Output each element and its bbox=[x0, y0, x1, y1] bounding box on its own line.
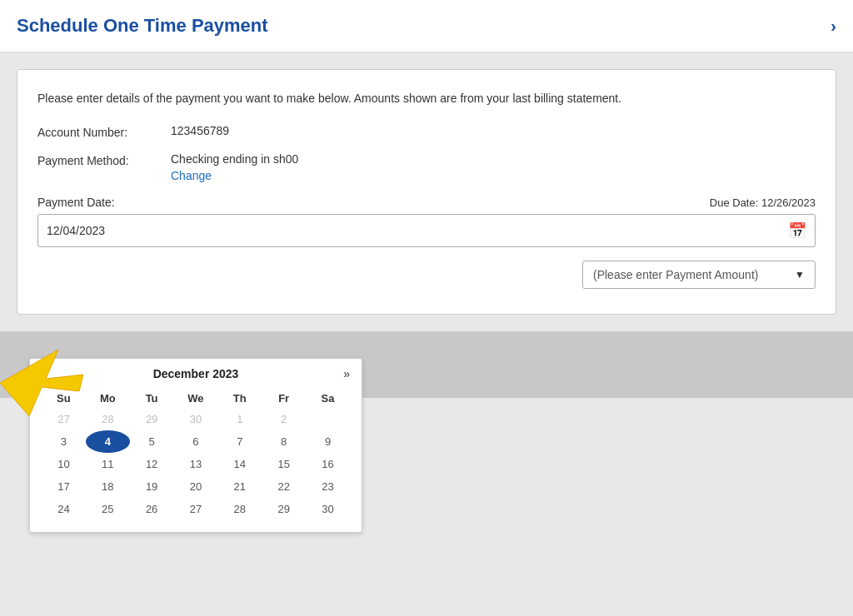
calendar-day-header: Sa bbox=[306, 389, 350, 408]
calendar-day-cell[interactable]: 23 bbox=[306, 475, 350, 498]
calendar-day-cell[interactable]: 19 bbox=[130, 475, 174, 498]
calendar-week-row: 2728293012 bbox=[42, 408, 350, 430]
calendar-day-cell[interactable]: 12 bbox=[130, 453, 174, 475]
header: Schedule One Time Payment › bbox=[0, 0, 853, 52]
date-input-wrapper[interactable]: 12/04/2023 📅 bbox=[37, 214, 816, 247]
calendar-week-row: 3456789 bbox=[42, 430, 350, 453]
calendar-day-cell[interactable]: 5 bbox=[130, 430, 174, 453]
calendar-day-cell[interactable]: 3 bbox=[42, 430, 86, 453]
calendar-day-cell[interactable]: 21 bbox=[217, 475, 262, 498]
account-number-row: Account Number: 123456789 bbox=[37, 124, 816, 139]
calendar-day-cell[interactable]: 28 bbox=[86, 408, 130, 430]
calendar-header-row: SuMoTuWeThFrSa bbox=[42, 389, 350, 408]
payment-method-details: Checking ending in sh00 Change bbox=[171, 152, 298, 182]
calendar-day-header: Fr bbox=[262, 389, 306, 408]
calendar-day-cell[interactable]: 7 bbox=[217, 430, 262, 453]
calendar-day-cell[interactable]: 22 bbox=[262, 475, 306, 498]
form-card: Please enter details of the payment you … bbox=[17, 69, 836, 315]
calendar-day-cell[interactable]: 13 bbox=[174, 453, 218, 475]
account-number-label: Account Number: bbox=[37, 124, 171, 139]
calendar-day-header: Mo bbox=[86, 389, 130, 408]
calendar-day-header: Tu bbox=[130, 389, 174, 408]
calendar-day-cell[interactable]: 17 bbox=[42, 475, 86, 498]
calendar-day-cell[interactable]: 26 bbox=[130, 498, 174, 520]
calendar-day-cell[interactable]: 30 bbox=[174, 408, 218, 430]
calendar-day-cell[interactable]: 6 bbox=[174, 430, 218, 453]
arrow-svg bbox=[0, 350, 83, 416]
amount-row: (Please enter Payment Amount) ▼ bbox=[37, 261, 816, 289]
info-text: Please enter details of the payment you … bbox=[37, 90, 816, 107]
amount-placeholder: (Please enter Payment Amount) bbox=[593, 268, 758, 281]
due-date-label: Due Date: 12/26/2023 bbox=[710, 196, 816, 209]
calendar-day-cell[interactable]: 8 bbox=[262, 430, 306, 453]
calendar-day-cell[interactable]: 28 bbox=[217, 498, 262, 520]
calendar-day-cell[interactable]: 4 bbox=[86, 430, 130, 453]
calendar-day-cell[interactable]: 18 bbox=[86, 475, 130, 498]
chevron-right-icon[interactable]: › bbox=[831, 17, 836, 36]
calendar-day-cell[interactable]: 11 bbox=[86, 453, 130, 475]
payment-method-row: Payment Method: Checking ending in sh00 … bbox=[37, 152, 816, 182]
calendar-day-cell[interactable]: 29 bbox=[130, 408, 174, 430]
calendar-day-cell[interactable]: 2 bbox=[262, 408, 306, 430]
change-link[interactable]: Change bbox=[171, 169, 298, 182]
arrow-annotation bbox=[0, 350, 83, 419]
content-area: Please enter details of the payment you … bbox=[0, 52, 853, 331]
calendar-day-header: Th bbox=[217, 389, 262, 408]
payment-method-label: Payment Method: bbox=[37, 152, 171, 167]
calendar-icon[interactable]: 📅 bbox=[788, 221, 806, 240]
dropdown-arrow-icon: ▼ bbox=[795, 269, 805, 281]
calendar-day-cell[interactable]: 1 bbox=[217, 408, 262, 430]
calendar-next-icon[interactable]: » bbox=[343, 367, 350, 380]
calendar-day-cell[interactable]: 16 bbox=[306, 453, 350, 475]
calendar-week-row: 10111213141516 bbox=[42, 453, 350, 475]
calendar-header: December 2023 » bbox=[42, 367, 350, 380]
calendar-week-row: 24252627282930 bbox=[42, 498, 350, 520]
calendar-week-row: 17181920212223 bbox=[42, 475, 350, 498]
page-title: Schedule One Time Payment bbox=[17, 15, 268, 37]
calendar-day-cell[interactable]: 14 bbox=[217, 453, 262, 475]
payment-date-label: Payment Date: bbox=[37, 196, 115, 209]
amount-dropdown[interactable]: (Please enter Payment Amount) ▼ bbox=[582, 261, 816, 289]
calendar-day-cell[interactable]: 20 bbox=[174, 475, 218, 498]
payment-date-section: Payment Date: Due Date: 12/26/2023 12/04… bbox=[37, 196, 816, 247]
calendar-day-cell[interactable]: 15 bbox=[262, 453, 306, 475]
payment-method-value: Checking ending in sh00 bbox=[171, 152, 298, 166]
calendar-day-cell[interactable]: 10 bbox=[42, 453, 86, 475]
calendar-day-cell[interactable]: 25 bbox=[86, 498, 130, 520]
calendar-day-header: We bbox=[174, 389, 218, 408]
calendar-day-cell[interactable]: 30 bbox=[306, 498, 350, 520]
calendar-day-cell[interactable]: 24 bbox=[42, 498, 86, 520]
calendar-day-cell[interactable]: 27 bbox=[174, 498, 218, 520]
calendar-month-title: December 2023 bbox=[153, 367, 239, 380]
account-number-value: 123456789 bbox=[171, 124, 229, 137]
payment-date-header: Payment Date: Due Date: 12/26/2023 bbox=[37, 196, 816, 209]
svg-marker-0 bbox=[0, 350, 83, 416]
date-input-text: 12/04/2023 bbox=[47, 224, 788, 237]
calendar-day-cell bbox=[306, 408, 350, 430]
calendar-day-cell[interactable]: 9 bbox=[306, 430, 350, 453]
calendar-grid: SuMoTuWeThFrSa 2728293012345678910111213… bbox=[42, 389, 350, 520]
calendar-day-cell[interactable]: 29 bbox=[262, 498, 306, 520]
